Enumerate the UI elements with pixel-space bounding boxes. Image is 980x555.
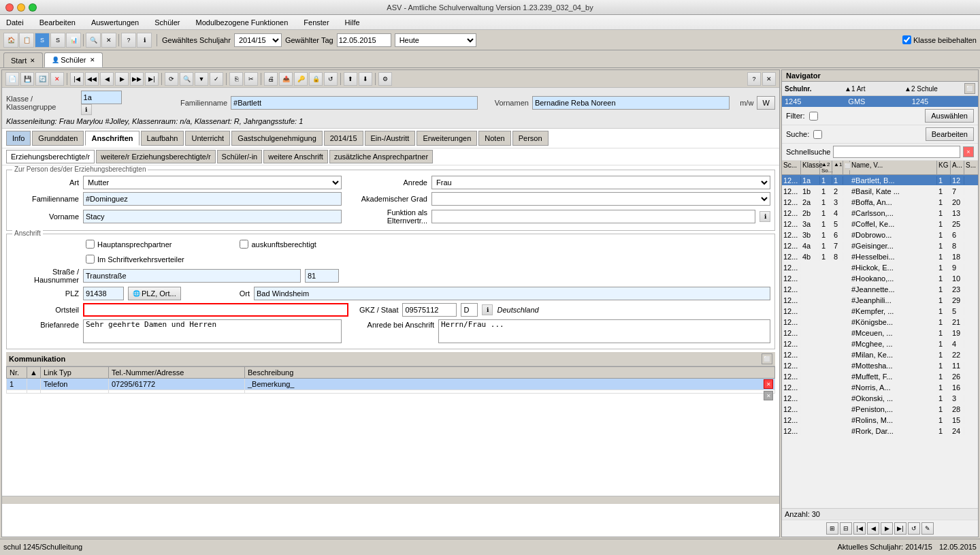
- toolbar-icon-1[interactable]: 🏠: [3, 33, 18, 48]
- key-btn[interactable]: 🔑: [294, 72, 308, 86]
- tab-start-close[interactable]: ✕: [30, 57, 35, 64]
- funktion-info-btn[interactable]: ℹ: [760, 211, 770, 222]
- mw-btn[interactable]: W: [757, 96, 775, 110]
- copy-btn[interactable]: ⎘: [229, 72, 243, 86]
- nav-btn-prev[interactable]: ◀: [867, 522, 879, 535]
- toolbar-help-btn[interactable]: ?: [121, 33, 136, 48]
- last-btn[interactable]: ▶|: [145, 72, 159, 86]
- lock-btn[interactable]: 🔒: [309, 72, 323, 86]
- nav-student-13[interactable]: 12... #Kempfer, ... 1 5: [782, 306, 978, 317]
- tab-schueler[interactable]: 👤 Schüler ✕: [44, 52, 102, 67]
- klasse-beibehalten-checkbox[interactable]: [902, 35, 911, 44]
- comm-row-1[interactable]: 1 Telefon 07295/61772 _Bemerkung_ ✕: [7, 379, 775, 390]
- menu-auswertungen[interactable]: Auswertungen: [88, 17, 142, 28]
- staat-input[interactable]: [461, 303, 478, 317]
- filter-checkbox[interactable]: [809, 112, 818, 121]
- nav-btn-minus[interactable]: ⊟: [840, 522, 852, 535]
- nav-btn-last[interactable]: ▶|: [894, 522, 906, 535]
- check-btn[interactable]: ✓: [210, 72, 223, 86]
- sync-btn[interactable]: ⟳: [165, 72, 178, 86]
- reload-btn[interactable]: ↺: [324, 72, 338, 86]
- prev1-btn[interactable]: ◀: [100, 72, 114, 86]
- hauptansprech-checkbox[interactable]: [86, 240, 95, 249]
- nav-btn-export[interactable]: ⊞: [826, 522, 838, 535]
- tab-start[interactable]: Start ✕: [3, 52, 43, 67]
- subtab-schueler[interactable]: Schüler/-in: [217, 150, 263, 163]
- heute-select[interactable]: Heute: [395, 33, 476, 47]
- nav-student-1[interactable]: 12... 1a 1 1 #Bartlett, B... 1 12: [782, 175, 978, 186]
- toolbar-icon-6[interactable]: 🔍: [86, 33, 101, 48]
- nav-student-5[interactable]: 12... 3a 1 5 #Coffel, Ke... 1 25: [782, 219, 978, 229]
- maximize-button[interactable]: [29, 3, 37, 12]
- toolbar-icon-7[interactable]: ✕: [101, 33, 116, 48]
- nav-student-2[interactable]: 12... 1b 1 2 #Basil, Kate ... 1 7: [782, 186, 978, 197]
- ortsteil-input[interactable]: [83, 303, 348, 317]
- next-btn[interactable]: ▶▶: [130, 72, 144, 86]
- menu-fenster[interactable]: Fenster: [301, 17, 331, 28]
- nav-btn-edit[interactable]: ✎: [921, 522, 934, 535]
- tab-laufbahn[interactable]: Laufbahn: [141, 131, 184, 146]
- staat-info-btn[interactable]: ℹ: [482, 304, 493, 315]
- nav-student-12[interactable]: 12... #Jeanphili... 1 29: [782, 295, 978, 306]
- search2-btn[interactable]: 🔍: [180, 72, 193, 86]
- export-btn[interactable]: 📤: [279, 72, 293, 86]
- nav-student-22[interactable]: 12... #Peniston,... 1 28: [782, 404, 978, 415]
- gkz-input[interactable]: [402, 303, 457, 317]
- tab-grunddaten[interactable]: Grunddaten: [32, 131, 84, 146]
- art-select[interactable]: Mutter: [83, 176, 342, 189]
- close2-btn[interactable]: ✕: [762, 72, 776, 86]
- nav-student-19[interactable]: 12... #Muffett, F... 1 26: [782, 371, 978, 382]
- nav-student-20[interactable]: 12... #Norris, A... 1 16: [782, 382, 978, 393]
- nav-student-9[interactable]: 12... #Hickok, E... 1 9: [782, 262, 978, 273]
- toolbar-icon-3[interactable]: S: [35, 33, 50, 48]
- menu-bearbeiten[interactable]: Bearbeiten: [37, 17, 78, 28]
- subtab-erziehungsber[interactable]: Erziehungsberechtigte/r: [6, 150, 95, 163]
- funktion-input[interactable]: [431, 210, 755, 223]
- tab-schueler-close[interactable]: ✕: [90, 57, 95, 63]
- vorname-input[interactable]: [83, 210, 342, 223]
- new-btn[interactable]: 📄: [5, 72, 19, 86]
- save-btn[interactable]: 💾: [20, 72, 34, 86]
- suche-checkbox[interactable]: [813, 130, 822, 139]
- nav-selected-school[interactable]: 1245 GMS 1245: [782, 96, 978, 107]
- comm-export-btn[interactable]: ⬜: [762, 353, 772, 364]
- upload-btn[interactable]: ⬆: [344, 72, 357, 86]
- akad-grad-select[interactable]: [431, 192, 770, 206]
- nav-student-23[interactable]: 12... #Rolins, M... 1 15: [782, 415, 978, 426]
- nav-student-8[interactable]: 12... 4b 1 8 #Hesselbei... 1 18: [782, 251, 978, 262]
- download-btn[interactable]: ⬇: [359, 72, 372, 86]
- nav-student-14[interactable]: 12... #Königsbe... 1 21: [782, 317, 978, 328]
- menu-modulbezogene[interactable]: Modulbezogene Funktionen: [193, 17, 291, 28]
- delete-btn[interactable]: ✕: [50, 72, 64, 86]
- bottom-scroll[interactable]: [2, 496, 779, 504]
- next1-btn[interactable]: ▶: [115, 72, 129, 86]
- settings-btn[interactable]: ⚙: [378, 72, 392, 86]
- tab-erweiterungen[interactable]: Erweiterungen: [416, 131, 477, 146]
- plz-input[interactable]: [83, 287, 124, 300]
- first-btn[interactable]: |◀: [70, 72, 84, 86]
- vornamen-input[interactable]: [532, 96, 730, 110]
- subtab-zusaetzliche[interactable]: zusätzliche Ansprechpartner: [329, 150, 433, 163]
- tab-2014[interactable]: 2014/15: [324, 131, 363, 146]
- tab-person[interactable]: Person: [512, 131, 549, 146]
- minimize-button[interactable]: [17, 3, 25, 12]
- tab-anschriften[interactable]: Anschriften: [85, 131, 139, 146]
- close-button[interactable]: [5, 3, 14, 12]
- refresh-btn[interactable]: 🔄: [35, 72, 49, 86]
- menu-datei[interactable]: Datei: [3, 17, 27, 28]
- prev-btn[interactable]: ◀◀: [85, 72, 99, 86]
- nav-student-10[interactable]: 12... #Hookano,... 1 10: [782, 273, 978, 284]
- print-btn[interactable]: 🖨: [264, 72, 278, 86]
- plz-ort-btn[interactable]: 🌐 PLZ, Ort...: [128, 287, 181, 300]
- subtab-weitere-anschrift[interactable]: weitere Anschrift: [263, 150, 328, 163]
- subtab-weitere-erzieh[interactable]: weitere/r Erziehungsberechtigte/r: [96, 150, 215, 163]
- schrift-checkbox[interactable]: [86, 255, 95, 264]
- nav-btn-next[interactable]: ▶: [881, 522, 893, 535]
- nav-student-3[interactable]: 12... 2a 1 3 #Boffa, An... 1 20: [782, 197, 978, 208]
- nav-student-24[interactable]: 12... #Rork, Dar... 1 24: [782, 426, 978, 437]
- briefanrede-textarea[interactable]: [83, 319, 342, 343]
- nav-btn-reload[interactable]: ↺: [908, 522, 920, 535]
- strasse-input[interactable]: [83, 269, 301, 283]
- toolbar-icon-4[interactable]: S: [50, 33, 65, 48]
- nav-student-11[interactable]: 12... #Jeannette... 1 23: [782, 284, 978, 295]
